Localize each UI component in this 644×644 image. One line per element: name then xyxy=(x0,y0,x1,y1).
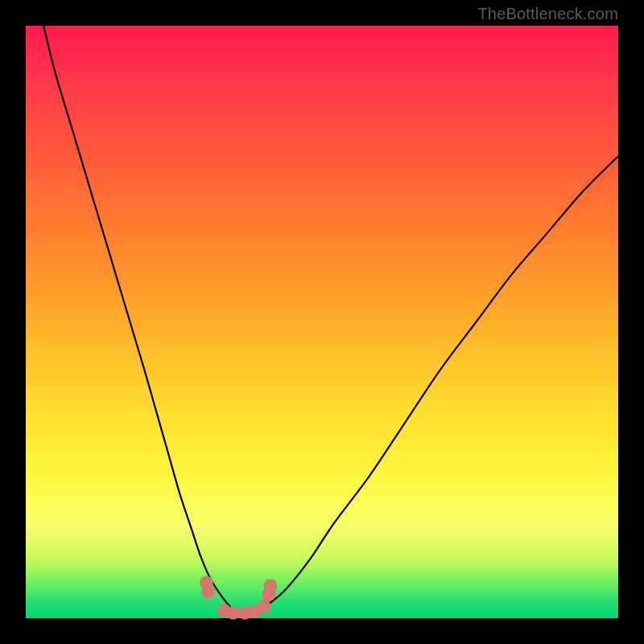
peach-marker-group xyxy=(200,576,277,619)
chart-overlay xyxy=(26,26,618,618)
attribution-label: TheBottleneck.com xyxy=(477,5,618,23)
curve-right-branch xyxy=(257,156,618,611)
peach-marker xyxy=(201,584,215,598)
curve-left-branch xyxy=(43,26,239,613)
peach-marker xyxy=(226,606,240,620)
outer-frame: TheBottleneck.com xyxy=(0,0,644,644)
peach-marker xyxy=(264,579,278,592)
peach-marker xyxy=(257,600,270,613)
